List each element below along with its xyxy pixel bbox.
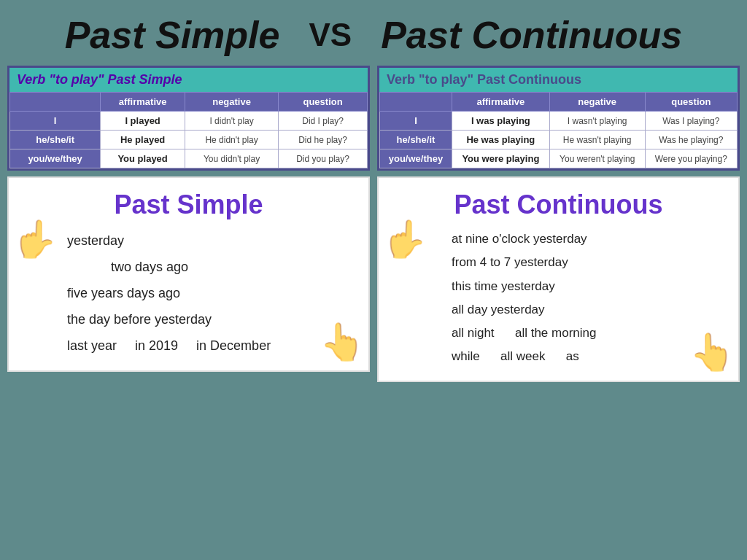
table-row: I I was playing I wasn't playing Was I p…: [380, 112, 738, 131]
right-grammar-table: affirmative negative question I I was pl…: [379, 92, 738, 168]
left-q-you: Did you play?: [279, 149, 368, 168]
left-q-he: Did he play?: [279, 131, 368, 149]
right-grammar-header: Verb "to play" Past Continuous: [379, 68, 738, 92]
list-item: this time yesterday: [452, 275, 724, 298]
left-neg-i: I didn't play: [185, 112, 279, 131]
title-vs: VS: [309, 17, 352, 53]
right-q-you: Were you playing?: [645, 149, 737, 168]
right-info-items: at nine o'clock yesterday from 4 to 7 ye…: [452, 228, 724, 369]
title-past-simple: Past Simple: [65, 13, 280, 57]
left-q-i: Did I play?: [279, 112, 368, 131]
right-subject-you: you/we/they: [380, 149, 452, 168]
right-neg-you: You weren't playing: [549, 149, 645, 168]
list-item: from 4 to 7 yesterday: [452, 251, 724, 274]
hand-left2-icon: 👆: [382, 218, 427, 260]
right-q-he: Was he playing?: [645, 131, 737, 149]
hand-left-icon: 👆: [12, 218, 58, 260]
table-row: I I played I didn't play Did I play?: [10, 112, 368, 131]
right-column: Verb "to play" Past Continuous affirmati…: [377, 66, 740, 382]
list-item: the day before yesterday: [67, 306, 354, 332]
right-col-affirmative: affirmative: [452, 93, 549, 112]
right-subject-i: I: [380, 112, 452, 131]
right-info-title: Past Continuous: [393, 190, 724, 220]
right-col-negative: negative: [549, 93, 645, 112]
left-neg-you: You didn't play: [185, 149, 279, 168]
left-info-title: Past Simple: [23, 190, 354, 220]
right-grammar-box: Verb "to play" Past Continuous affirmati…: [377, 66, 740, 171]
right-q-i: Was I playing?: [645, 112, 737, 131]
list-item: while all week as: [452, 345, 724, 368]
left-aff-he: He played: [101, 131, 185, 149]
left-grammar-table: affirmative negative question I I played…: [9, 92, 368, 168]
left-info-box: 👆 👆 Past Simple yesterday two days ago f…: [7, 176, 370, 372]
table-row: you/we/they You were playing You weren't…: [380, 149, 738, 168]
right-neg-he: He wasn't playing: [549, 131, 645, 149]
main-content: Verb "to play" Past Simple affirmative n…: [0, 66, 747, 382]
left-subject-he: he/she/it: [10, 131, 101, 149]
left-column: Verb "to play" Past Simple affirmative n…: [7, 66, 370, 382]
right-col-question: question: [645, 93, 737, 112]
left-aff-i: I played: [101, 112, 185, 131]
left-col-subject: [10, 93, 101, 112]
table-row: you/we/they You played You didn't play D…: [10, 149, 368, 168]
list-item: five years days ago: [67, 280, 354, 306]
left-aff-you: You played: [101, 149, 185, 168]
right-aff-you: You were playing: [452, 149, 549, 168]
title-row: Past Simple VS Past Continuous: [0, 0, 747, 66]
title-past-continuous: Past Continuous: [381, 13, 682, 57]
left-grammar-header: Verb "to play" Past Simple: [9, 68, 368, 92]
left-info-items: yesterday two days ago five years days a…: [67, 228, 354, 359]
list-item: last year in 2019 in December: [67, 332, 354, 359]
list-item: all night all the morning: [452, 322, 724, 345]
list-item: all day yesterday: [452, 298, 724, 322]
right-info-box: 👆 👆 Past Continuous at nine o'clock yest…: [377, 176, 740, 382]
right-neg-i: I wasn't playing: [549, 112, 645, 131]
right-col-subject: [380, 93, 452, 112]
left-neg-he: He didn't play: [185, 131, 279, 149]
hand-right-icon: 👆: [320, 321, 365, 363]
table-row: he/she/it He was playing He wasn't playi…: [380, 131, 738, 149]
left-subject-i: I: [10, 112, 101, 131]
left-col-question: question: [279, 93, 368, 112]
left-col-negative: negative: [185, 93, 279, 112]
list-item: yesterday: [67, 228, 354, 254]
left-col-affirmative: affirmative: [101, 93, 185, 112]
list-item: two days ago: [111, 254, 354, 280]
table-row: he/she/it He played He didn't play Did h…: [10, 131, 368, 149]
list-item: at nine o'clock yesterday: [452, 228, 724, 251]
left-subject-you: you/we/they: [10, 149, 101, 168]
hand-right2-icon: 👆: [689, 331, 735, 373]
right-subject-he: he/she/it: [380, 131, 452, 149]
left-grammar-box: Verb "to play" Past Simple affirmative n…: [7, 66, 370, 171]
right-aff-i: I was playing: [452, 112, 549, 131]
right-aff-he: He was playing: [452, 131, 549, 149]
